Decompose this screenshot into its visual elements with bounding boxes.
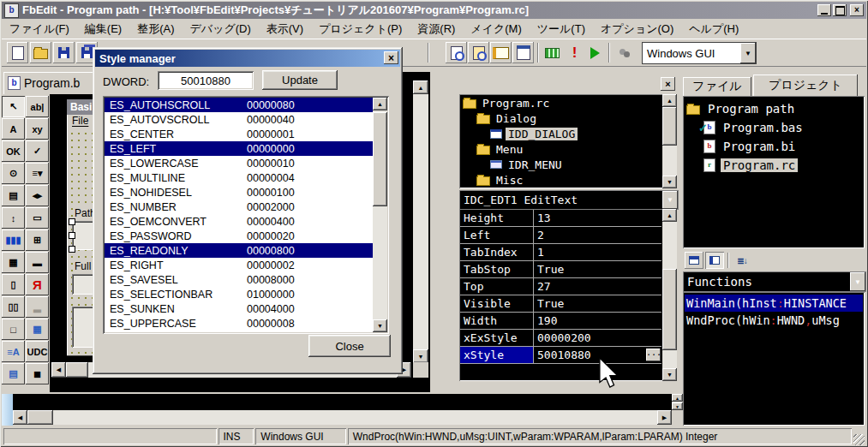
style-row[interactable]: ES_SELECTIONBAR01000000	[105, 287, 373, 301]
debug-button[interactable]	[614, 42, 635, 63]
view-split-h-button[interactable]	[685, 252, 703, 269]
resource-tree-scrollbar[interactable]: ▲ ▼	[662, 94, 677, 188]
selection-handle[interactable]	[69, 232, 75, 239]
property-row[interactable]: Width190	[460, 313, 661, 330]
designer-file-menu[interactable]: File	[72, 115, 88, 127]
scroll-thumb[interactable]	[662, 107, 677, 146]
monthcal-tool[interactable]: ▦	[26, 319, 49, 340]
dword-input[interactable]	[158, 71, 254, 90]
style-row[interactable]: ES_NOHIDESEL00000100	[105, 185, 373, 200]
tab-project[interactable]: プロジェクト	[753, 74, 858, 96]
progressbar-tool[interactable]: ▮▮▮	[2, 229, 25, 251]
scroll-down-icon[interactable]: ▼	[672, 402, 683, 410]
project-file-item[interactable]: b✓Program.bas	[685, 118, 863, 137]
pointer-tool[interactable]: ↖	[2, 96, 25, 117]
syntax-check-button[interactable]: !	[564, 42, 585, 63]
fill-tool[interactable]: ■	[26, 363, 49, 384]
document-tab[interactable]: b Program.b	[3, 72, 96, 94]
style-list-scrollbar[interactable]: ▲ ▼	[373, 98, 387, 332]
resource-tree-item[interactable]: IDR_MENU	[460, 157, 661, 172]
pager-tool[interactable]: ▯	[2, 274, 25, 295]
scroll-down-icon[interactable]: ▼	[662, 176, 677, 188]
chevron-down-icon[interactable]: ▼	[740, 43, 756, 63]
sort-button[interactable]: ≣↓	[733, 252, 751, 269]
editor-vscrollbar[interactable]: ▲ ▼	[413, 80, 428, 363]
menu-item[interactable]: プロジェクト(P)	[311, 20, 410, 39]
menu-item[interactable]: 整形(A)	[129, 20, 182, 39]
scroll-down-icon[interactable]: ▼	[373, 319, 387, 332]
window-tool[interactable]: □	[2, 319, 25, 340]
treeview-tool[interactable]: ⊞	[26, 229, 49, 251]
scroll-up-icon[interactable]: ▲	[373, 98, 387, 110]
style-row[interactable]: ES_READONLY00000800	[105, 243, 373, 258]
syntaxcolor-tool[interactable]: ≡A	[2, 341, 25, 362]
panel-close-button[interactable]: ×	[661, 77, 675, 91]
menu-item[interactable]: デバッグ(D)	[183, 20, 259, 39]
scroll-thumb[interactable]	[66, 362, 88, 378]
menu-item[interactable]: ファイル(F)	[2, 20, 77, 39]
style-row[interactable]: ES_LEFT00000000	[105, 141, 373, 156]
resource-tree-item[interactable]: Misc	[460, 172, 661, 188]
scroll-left-icon[interactable]: ◀	[51, 362, 66, 378]
property-row[interactable]: Top27	[460, 278, 661, 295]
style-row[interactable]: ES_NUMBER00002000	[105, 200, 373, 214]
property-grid-scrollbar[interactable]: ▲ ▼	[662, 209, 677, 381]
button-tool[interactable]: OK	[2, 140, 25, 162]
resource-tree-item[interactable]: Menu	[460, 141, 661, 157]
listview-tool[interactable]: ▦	[2, 252, 25, 273]
scroll-up-icon[interactable]: ▲	[662, 94, 677, 107]
splitter-tool[interactable]: ▯▯	[2, 296, 25, 318]
richedit-tool[interactable]: Я	[26, 274, 49, 295]
groupbox-tool[interactable]: xy	[26, 118, 49, 140]
menu-item[interactable]: 編集(E)	[77, 20, 129, 39]
project-file-item[interactable]: bProgram.bi	[685, 137, 863, 156]
property-row[interactable]: VisibleTrue	[460, 295, 661, 313]
listbox-tool[interactable]: ▤	[2, 185, 25, 206]
compile-button[interactable]	[542, 42, 563, 63]
statusbar-tool[interactable]: ▂	[26, 296, 49, 318]
hscrollbar-tool[interactable]: ◂▸	[26, 185, 49, 206]
style-row[interactable]: ES_LOWERCASE00000010	[105, 156, 373, 170]
selection-handle[interactable]	[69, 218, 75, 225]
project-file-item[interactable]: rProgram.rc	[685, 156, 863, 175]
menu-item[interactable]: オプション(O)	[593, 20, 681, 39]
edit-tool[interactable]: ab|	[26, 96, 49, 117]
style-row[interactable]: ES_UPPERCASE00000008	[105, 316, 373, 331]
close-button[interactable]: ×	[850, 4, 864, 16]
menu-item[interactable]: ヘルプ(H)	[681, 20, 746, 39]
dialog-title-bar[interactable]: Style manager ×	[95, 50, 400, 67]
project-explorer-button[interactable]	[490, 42, 512, 63]
find-in-files-button[interactable]	[468, 42, 489, 63]
trackbar-tool[interactable]: ▬	[26, 252, 49, 273]
scroll-down-icon[interactable]: ▼	[662, 368, 677, 381]
combobox-tool[interactable]: ≡▾	[26, 163, 49, 184]
tabcontrol-tool[interactable]: ▭	[26, 207, 49, 229]
style-row[interactable]: ES_PASSWORD00000020	[105, 229, 373, 243]
property-row[interactable]: TabIndex1	[460, 244, 661, 261]
property-row[interactable]: Height13	[460, 210, 661, 227]
controllist-tool[interactable]: ▤	[2, 363, 25, 384]
scroll-down-icon[interactable]: ▼	[413, 349, 428, 363]
scroll-thumb[interactable]	[373, 112, 387, 206]
scroll-up-icon[interactable]: ▲	[662, 209, 677, 222]
project-file-item[interactable]: Program path	[685, 99, 863, 118]
style-row[interactable]: ES_AUTOHSCROLL00000080	[105, 98, 373, 112]
scroll-thumb[interactable]	[662, 269, 677, 350]
scroll-up-icon[interactable]: ▲	[672, 394, 683, 402]
ellipsis-button[interactable]: ...	[646, 349, 661, 361]
resource-tree-item[interactable]: IDD_DIALOG	[460, 126, 661, 141]
function-item[interactable]: WndProc(hWin:HWND,uMsg	[685, 312, 863, 329]
style-row[interactable]: ES_RIGHT00000002	[105, 258, 373, 272]
properties-button[interactable]	[512, 42, 534, 63]
update-button[interactable]: Update	[262, 70, 338, 90]
view-split-v-button[interactable]	[705, 252, 724, 269]
maximize-button[interactable]	[833, 4, 847, 16]
menu-item[interactable]: 資源(R)	[410, 20, 463, 39]
new-file-button[interactable]	[7, 42, 28, 63]
style-row[interactable]: ES_SAVESEL00008000	[105, 272, 373, 287]
property-row[interactable]: TabStopTrue	[460, 261, 661, 278]
symbol-filter-select[interactable]: Functions ▼	[683, 271, 866, 292]
resource-tree-item[interactable]: Dialog	[460, 110, 661, 126]
chevron-down-icon[interactable]: ▼	[850, 272, 865, 291]
scroll-thumb[interactable]	[27, 410, 53, 425]
